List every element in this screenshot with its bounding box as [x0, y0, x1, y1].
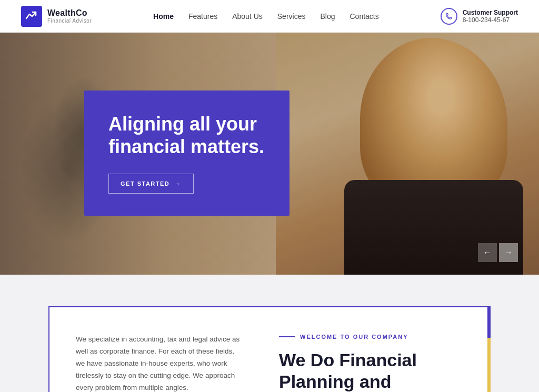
arrow-right-icon: →: [175, 180, 182, 187]
company-description: We specialize in accounting, tax and leg…: [76, 334, 242, 392]
nav-features[interactable]: Features: [188, 12, 217, 21]
nav-contacts[interactable]: Contacts: [350, 12, 378, 21]
nav-blog[interactable]: Blog: [320, 12, 335, 21]
logo-icon: [21, 6, 42, 27]
prev-slide-button[interactable]: ←: [478, 243, 497, 262]
logo-area: WealthCo Financial Advisor: [21, 6, 92, 27]
logo-text: WealthCo Financial Advisor: [47, 8, 92, 24]
hero-section: Aligning all your financial matters. GET…: [0, 33, 539, 275]
nav-home[interactable]: Home: [153, 12, 174, 21]
content-heading: We Do Financial Planning and Consulting: [279, 349, 466, 392]
content-left: We specialize in accounting, tax and leg…: [49, 307, 268, 392]
content-section: We specialize in accounting, tax and leg…: [0, 275, 539, 392]
hero-arrows: ← →: [478, 243, 518, 262]
company-tagline: Financial Advisor: [47, 18, 92, 24]
content-card: We specialize in accounting, tax and leg…: [48, 306, 491, 392]
hero-card: Aligning all your financial matters. GET…: [84, 91, 290, 216]
welcome-text: WELCOME TO OUR COMPANY: [300, 334, 408, 340]
get-started-button[interactable]: GET STARTED →: [108, 174, 194, 194]
support-area: Customer Support 8-100-234-45-67: [441, 8, 518, 25]
support-phone: 8-100-234-45-67: [463, 16, 518, 24]
next-slide-button[interactable]: →: [499, 243, 518, 262]
phone-icon: [441, 8, 457, 25]
welcome-line: [279, 336, 295, 337]
company-name: WealthCo: [47, 8, 92, 18]
support-label: Customer Support: [463, 9, 518, 16]
nav-services[interactable]: Services: [277, 12, 306, 21]
header: WealthCo Financial Advisor Home Features…: [0, 0, 539, 33]
support-text: Customer Support 8-100-234-45-67: [463, 9, 518, 24]
right-arrow-icon: →: [504, 248, 513, 257]
left-arrow-icon: ←: [483, 248, 492, 257]
hero-heading: Aligning all your financial matters.: [108, 113, 265, 158]
welcome-label: WELCOME TO OUR COMPANY: [279, 334, 466, 340]
nav: Home Features About Us Services Blog Con…: [153, 12, 379, 21]
content-right: WELCOME TO OUR COMPANY We Do Financial P…: [268, 307, 487, 392]
nav-about[interactable]: About Us: [232, 12, 263, 21]
